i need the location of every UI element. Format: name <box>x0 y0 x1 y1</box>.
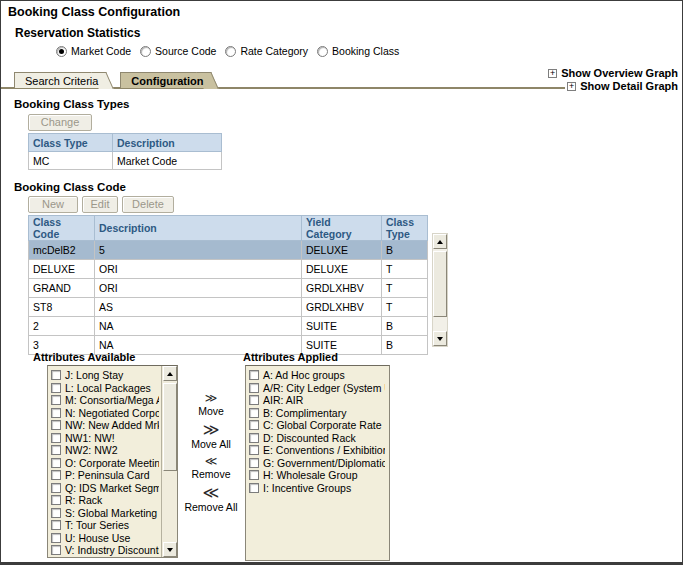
attribute-applied-item[interactable]: A: Ad Hoc groups <box>249 369 385 382</box>
checkbox-icon[interactable] <box>51 483 61 493</box>
section-title-reservation-statistics: Reservation Statistics <box>15 26 140 40</box>
scrollbar-thumb[interactable] <box>163 383 177 471</box>
table-row[interactable]: GRAND ORI GRDLXHBV T <box>29 279 428 298</box>
attribute-applied-item[interactable]: H: Wholesale Group <box>249 469 385 482</box>
radio-booking-class[interactable]: Booking Class <box>317 45 399 57</box>
attribute-applied-item[interactable]: C: Global Corporate Rate <box>249 419 385 432</box>
booking-class-types-heading: Booking Class Types <box>14 98 129 110</box>
item-label: D: Discounted Rack <box>263 432 356 444</box>
attribute-available-item[interactable]: S: Global Marketing Programme <box>51 507 159 520</box>
edit-button[interactable]: Edit <box>82 196 118 213</box>
attribute-available-item[interactable]: N: Negotiated Corporate <box>51 407 159 420</box>
attribute-available-item[interactable]: J: Long Stay <box>51 369 159 382</box>
column-header-yield-category: Yield Category <box>302 216 382 241</box>
move-button[interactable]: ≫ Move <box>198 391 224 421</box>
table-scrollbar[interactable] <box>432 233 448 347</box>
attribute-applied-item[interactable]: I: Incentive Groups <box>249 482 385 495</box>
checkbox-icon[interactable] <box>51 458 61 468</box>
attributes-available-listbox[interactable]: J: Long Stay L: Local Packages M: Consor… <box>47 365 178 558</box>
table-row[interactable]: ST8 AS GRDLXHBV T <box>29 298 428 317</box>
checkbox-icon[interactable] <box>249 433 259 443</box>
attributes-applied-listbox[interactable]: A: Ad Hoc groups A/R: City Ledger (Syste… <box>245 365 390 561</box>
attribute-available-item[interactable]: NW1: NW! <box>51 432 159 445</box>
attribute-applied-item[interactable]: AIR: AIR <box>249 394 385 407</box>
checkbox-icon[interactable] <box>249 370 259 380</box>
checkbox-icon[interactable] <box>51 533 61 543</box>
listbox-scrollbar[interactable] <box>161 366 177 557</box>
show-detail-graph-link[interactable]: + Show Detail Graph <box>565 80 678 92</box>
tab-search-criteria[interactable]: Search Criteria <box>14 72 102 88</box>
checkbox-icon[interactable] <box>51 433 61 443</box>
expand-plus-icon[interactable]: + <box>548 69 557 78</box>
show-overview-graph-link[interactable]: + Show Overview Graph <box>546 67 678 79</box>
table-row[interactable]: 2 NA SUITE B <box>29 317 428 336</box>
attribute-available-item[interactable]: T: Tour Series <box>51 519 159 532</box>
checkbox-icon[interactable] <box>51 370 61 380</box>
move-all-button[interactable]: ≫ Move All <box>191 421 231 454</box>
attribute-applied-item[interactable]: G: Government/Diplomatic <box>249 457 385 470</box>
attribute-applied-item[interactable]: E: Conventions / Exhibitions <box>249 444 385 457</box>
table-row-selected[interactable]: mcDelB2 5 DELUXE B <box>29 241 428 260</box>
column-header-class-type: Class Type <box>382 216 428 241</box>
checkbox-icon[interactable] <box>51 495 61 505</box>
checkbox-icon[interactable] <box>51 408 61 418</box>
attribute-applied-item[interactable]: A/R: City Ledger (System Used) <box>249 382 385 395</box>
attribute-available-item[interactable]: M: Consortia/Mega Agencies <box>51 394 159 407</box>
checkbox-icon[interactable] <box>51 395 61 405</box>
table-row[interactable]: DELUXE ORI DELUXE T <box>29 260 428 279</box>
item-label: P: Peninsula Card <box>65 469 150 481</box>
attribute-available-item[interactable]: P: Peninsula Card <box>51 469 159 482</box>
radio-label: Market Code <box>71 45 131 57</box>
checkbox-icon[interactable] <box>51 445 61 455</box>
checkbox-icon[interactable] <box>249 445 259 455</box>
attribute-available-item[interactable]: NW: New Added Mrkt Code <box>51 419 159 432</box>
change-button[interactable]: Change <box>28 114 92 131</box>
cell: B <box>382 317 428 336</box>
tab-configuration[interactable]: Configuration <box>120 72 207 88</box>
checkbox-icon[interactable] <box>51 508 61 518</box>
cell: 5 <box>95 241 302 260</box>
checkbox-icon[interactable] <box>51 545 61 555</box>
attribute-available-item[interactable]: V: Industry Discounts <box>51 544 159 557</box>
item-label: L: Local Packages <box>65 382 151 394</box>
attribute-available-item[interactable]: Q: IDS Market Segment <box>51 482 159 495</box>
remove-all-button[interactable]: ≪ Remove All <box>184 484 237 517</box>
checkbox-icon[interactable] <box>51 520 61 530</box>
cell: DELUXE <box>302 260 382 279</box>
scroll-down-button[interactable] <box>163 542 177 557</box>
checkbox-icon[interactable] <box>51 420 61 430</box>
checkbox-icon[interactable] <box>249 383 259 393</box>
cell: T <box>382 260 428 279</box>
scroll-up-button[interactable] <box>433 234 447 249</box>
attribute-available-item[interactable]: U: House Use <box>51 532 159 545</box>
checkbox-icon[interactable] <box>249 483 259 493</box>
cell: NA <box>95 317 302 336</box>
show-overview-graph-label: Show Overview Graph <box>561 67 678 79</box>
radio-rate-category[interactable]: Rate Category <box>225 45 308 57</box>
checkbox-icon[interactable] <box>249 408 259 418</box>
radio-source-code[interactable]: Source Code <box>140 45 216 57</box>
new-button[interactable]: New <box>28 196 78 213</box>
remove-all-label: Remove All <box>184 501 237 514</box>
expand-plus-icon[interactable]: + <box>567 82 576 91</box>
radio-market-code[interactable]: Market Code <box>56 45 131 57</box>
attribute-available-item[interactable]: L: Local Packages <box>51 382 159 395</box>
table-row[interactable]: MC Market Code <box>29 152 222 170</box>
scrollbar-thumb[interactable] <box>433 251 447 317</box>
attribute-available-item[interactable]: R: Rack <box>51 494 159 507</box>
checkbox-icon[interactable] <box>249 470 259 480</box>
scroll-up-button[interactable] <box>163 366 177 381</box>
checkbox-icon[interactable] <box>51 383 61 393</box>
checkbox-icon[interactable] <box>51 470 61 480</box>
attribute-available-item[interactable]: NW2: NW2 <box>51 444 159 457</box>
scroll-down-button[interactable] <box>433 331 447 346</box>
delete-button[interactable]: Delete <box>122 196 174 213</box>
attribute-available-item[interactable]: O: Corporate Meetings <box>51 457 159 470</box>
checkbox-icon[interactable] <box>249 395 259 405</box>
column-header-description: Description <box>95 216 302 241</box>
remove-button[interactable]: ≪ Remove <box>191 454 230 484</box>
attribute-applied-item[interactable]: D: Discounted Rack <box>249 432 385 445</box>
checkbox-icon[interactable] <box>249 458 259 468</box>
checkbox-icon[interactable] <box>249 420 259 430</box>
attribute-applied-item[interactable]: B: Complimentary <box>249 407 385 420</box>
